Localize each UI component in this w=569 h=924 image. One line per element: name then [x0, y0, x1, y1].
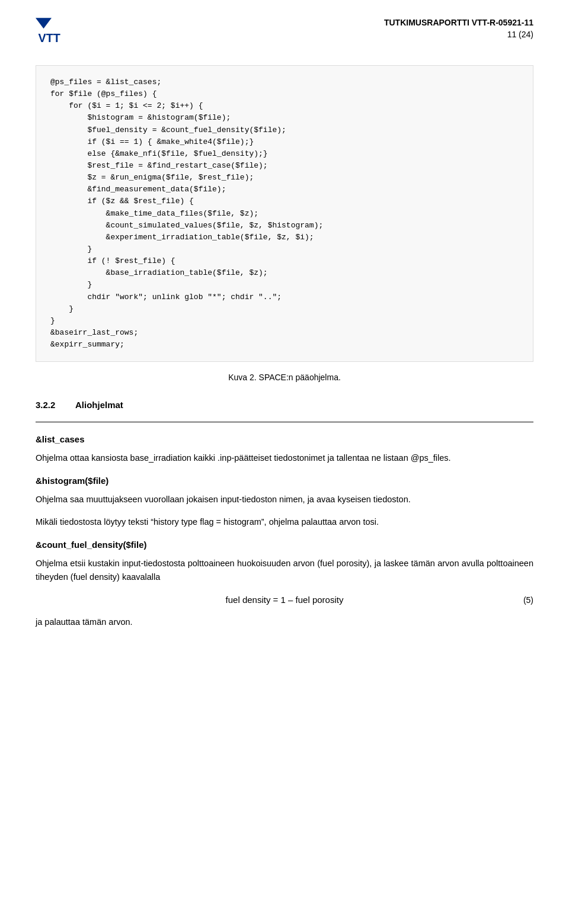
logo-area: VTT: [36, 18, 89, 47]
svg-marker-0: [36, 18, 52, 28]
header-title-area: TUTKIMUSRAPORTTI VTT-R-05921-11 11 (24): [384, 18, 533, 39]
histogram-paragraph1: Ohjelma saa muuttujakseen vuorollaan jok…: [36, 493, 533, 506]
divider: [36, 422, 533, 422]
section-heading: 3.2.2 Aliohjelmat: [36, 400, 533, 410]
page-number: 11 (24): [384, 30, 533, 39]
page: VTT TUTKIMUSRAPORTTI VTT-R-05921-11 11 (…: [0, 0, 569, 924]
figure-caption: Kuva 2. SPACE:n pääohjelma.: [36, 373, 533, 382]
subsection-title-list-cases: &list_cases: [36, 434, 533, 444]
report-title: TUTKIMUSRAPORTTI VTT-R-05921-11: [384, 18, 533, 27]
histogram-paragraph2: Mikäli tiedostosta löytyy teksti “histor…: [36, 515, 533, 529]
list-cases-paragraph: Ohjelma ottaa kansiosta base_irradiation…: [36, 451, 533, 465]
fuel-density-paragraph: Ohjelma etsii kustakin input-tiedostosta…: [36, 557, 533, 584]
svg-text:VTT: VTT: [39, 31, 60, 44]
vtt-logo: VTT: [36, 18, 89, 47]
section-title: Aliohjelmat: [75, 400, 123, 410]
formula-number: (5): [523, 595, 533, 605]
section-number: 3.2.2: [36, 400, 55, 410]
formula-text: fuel density = 1 – fuel porosity: [226, 595, 344, 605]
subsection-title-fuel-density: &count_fuel_density($file): [36, 540, 533, 550]
final-paragraph: ja palauttaa tämän arvon.: [36, 615, 533, 629]
header: VTT TUTKIMUSRAPORTTI VTT-R-05921-11 11 (…: [36, 18, 533, 47]
subsection-title-histogram: &histogram($file): [36, 476, 533, 486]
formula-block: fuel density = 1 – fuel porosity (5): [36, 595, 533, 605]
code-block: @ps_files = &list_cases; for $file (@ps_…: [36, 65, 533, 362]
